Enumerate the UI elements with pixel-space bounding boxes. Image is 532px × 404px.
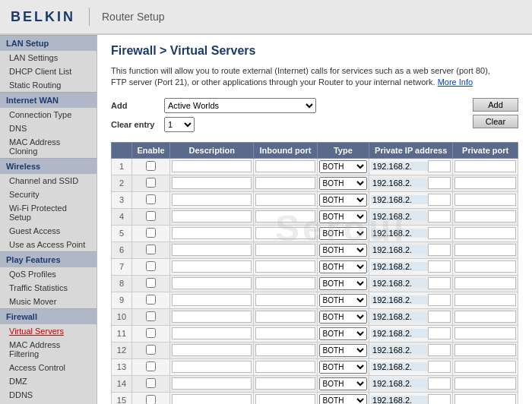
enable-checkbox-10[interactable] [146,311,156,321]
private-ip-input-8[interactable] [428,277,451,289]
private-port-input-7[interactable] [454,260,516,273]
type-select-12[interactable]: BOTHTCPUDP [319,344,368,357]
description-input-12[interactable] [172,344,252,356]
private-ip-input-6[interactable] [428,244,451,256]
type-select-2[interactable]: BOTHTCPUDP [319,177,368,190]
description-input-13[interactable] [172,361,252,373]
private-ip-input-5[interactable] [428,227,451,239]
inbound-input-3[interactable] [255,194,315,206]
inbound-input-6[interactable] [255,244,315,256]
sidebar-item-ddns[interactable]: DDNS [0,388,97,402]
private-port-input-2[interactable] [454,177,516,189]
private-ip-input-11[interactable] [428,327,451,339]
private-ip-input-4[interactable] [428,210,451,223]
enable-checkbox-13[interactable] [146,361,156,371]
description-input-9[interactable] [172,294,252,306]
sidebar-item-mac-address-cloning[interactable]: MAC Address Cloning [0,135,97,158]
private-port-input-10[interactable] [454,311,516,323]
inbound-input-12[interactable] [255,344,315,356]
inbound-input-8[interactable] [255,277,315,289]
clear-button[interactable]: Clear [473,115,518,128]
sidebar-item-guest-access[interactable]: Guest Access [0,224,97,238]
description-input-5[interactable] [172,227,252,239]
enable-checkbox-15[interactable] [146,395,156,404]
enable-checkbox-14[interactable] [146,378,156,388]
description-input-14[interactable] [172,377,252,390]
description-input-2[interactable] [172,177,252,189]
private-ip-input-12[interactable] [428,344,451,356]
private-port-input-8[interactable] [454,277,516,289]
sidebar-item-security[interactable]: Security [0,188,97,201]
inbound-input-11[interactable] [255,327,315,339]
private-port-input-9[interactable] [454,294,516,306]
private-port-input-13[interactable] [454,361,516,373]
enable-checkbox-7[interactable] [146,261,156,271]
private-ip-input-1[interactable] [428,160,451,172]
enable-checkbox-8[interactable] [146,278,156,288]
type-select-3[interactable]: BOTHTCPUDP [319,194,368,207]
enable-checkbox-6[interactable] [146,245,156,254]
enable-checkbox-9[interactable] [146,295,156,305]
description-input-15[interactable] [172,394,252,404]
sidebar-item-mac-address-filtering[interactable]: MAC Address Filtering [0,338,97,361]
sidebar-item-qos-profiles[interactable]: QoS Profiles [0,267,97,281]
sidebar-item-lan-settings[interactable]: LAN Settings [0,51,97,65]
sidebar-item-traffic-statistics[interactable]: Traffic Statistics [0,281,97,295]
private-ip-input-14[interactable] [428,377,451,390]
sidebar-item-channel-and-ssid[interactable]: Channel and SSID [0,174,97,188]
sidebar-item-virtual-servers[interactable]: Virtual Servers [0,324,97,338]
inbound-input-5[interactable] [255,227,315,239]
type-select-1[interactable]: BOTHTCPUDP [319,160,368,173]
sidebar-item-use-as-access-point[interactable]: Use as Access Point [0,238,97,251]
description-input-4[interactable] [172,210,252,223]
private-port-input-3[interactable] [454,194,516,206]
description-input-11[interactable] [172,327,252,339]
private-ip-input-3[interactable] [428,194,451,206]
enable-checkbox-11[interactable] [146,328,156,338]
sidebar-item-access-control[interactable]: Access Control [0,361,97,374]
type-select-7[interactable]: BOTHTCPUDP [319,260,368,273]
inbound-input-15[interactable] [255,394,315,404]
type-select-9[interactable]: BOTHTCPUDP [319,294,368,307]
description-input-3[interactable] [172,194,252,206]
inbound-input-2[interactable] [255,177,315,189]
inbound-input-10[interactable] [255,311,315,323]
type-select-15[interactable]: BOTHTCPUDP [319,394,368,404]
inbound-input-7[interactable] [255,260,315,273]
private-port-input-15[interactable] [454,394,516,404]
description-input-6[interactable] [172,244,252,256]
inbound-input-13[interactable] [255,361,315,373]
inbound-input-4[interactable] [255,210,315,223]
sidebar-item-dhcp-client-list[interactable]: DHCP Client List [0,65,97,78]
clear-entry-select[interactable]: 12345 [164,117,195,132]
private-ip-input-2[interactable] [428,177,451,189]
sidebar-item-connection-type[interactable]: Connection Type [0,108,97,122]
add-button[interactable]: Add [473,98,518,112]
private-port-input-4[interactable] [454,210,516,223]
enable-checkbox-12[interactable] [146,345,156,355]
inbound-input-1[interactable] [255,160,315,172]
private-port-input-5[interactable] [454,227,516,239]
enable-checkbox-5[interactable] [146,228,156,238]
private-ip-input-15[interactable] [428,394,451,404]
enable-checkbox-4[interactable] [146,211,156,221]
type-select-6[interactable]: BOTHTCPUDP [319,244,368,257]
private-ip-input-9[interactable] [428,294,451,306]
type-select-8[interactable]: BOTHTCPUDP [319,277,368,290]
enable-checkbox-2[interactable] [146,178,156,188]
enable-checkbox-3[interactable] [146,194,156,204]
sidebar-item-wi-fi-protected-setup[interactable]: Wi-Fi Protected Setup [0,201,97,224]
private-ip-input-7[interactable] [428,260,451,273]
description-input-1[interactable] [172,160,252,172]
private-ip-input-10[interactable] [428,311,451,323]
type-select-13[interactable]: BOTHTCPUDP [319,361,368,374]
sidebar-item-static-routing[interactable]: Static Routing [0,78,97,92]
sidebar-item-music-mover[interactable]: Music Mover [0,295,97,308]
private-port-input-14[interactable] [454,377,516,390]
type-select-5[interactable]: BOTHTCPUDP [319,227,368,240]
sidebar-item-dmz[interactable]: DMZ [0,374,97,388]
description-input-7[interactable] [172,260,252,273]
enable-checkbox-1[interactable] [146,161,156,171]
description-input-8[interactable] [172,277,252,289]
add-select[interactable]: Active WorldsAOLAIM TalkCallServeDHCPDNS… [164,98,316,113]
